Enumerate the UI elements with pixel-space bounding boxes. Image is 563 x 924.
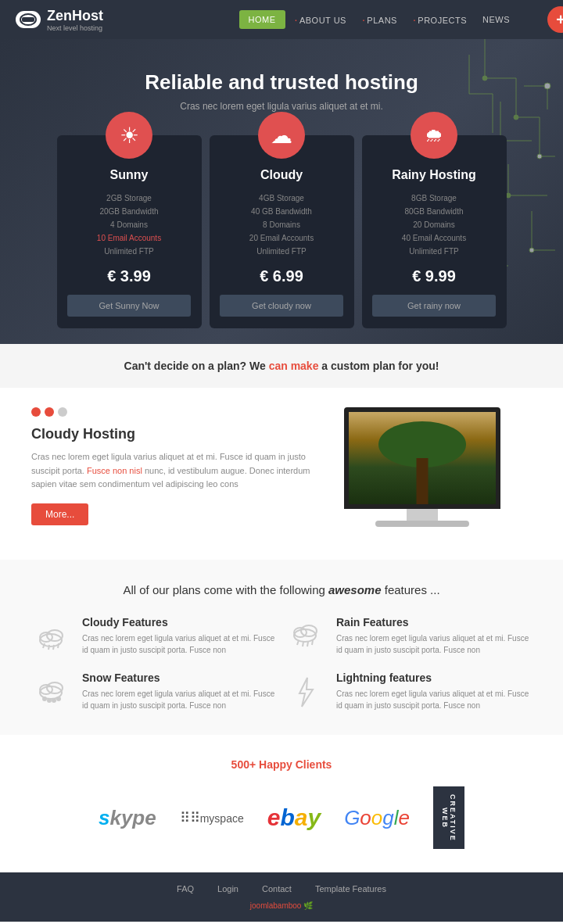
- features-title-1: All of our plans come with the following: [123, 583, 328, 596]
- logo-area: ZenHost Next level hosting: [16, 8, 103, 32]
- nav-links: HOME ·ABOUT US ·PLANS ·PROJECTS NEWS: [239, 10, 516, 29]
- rain-feature-desc: Cras nec lorem eget ligula varius alique…: [336, 632, 532, 656]
- features-title-2: features ...: [382, 583, 440, 596]
- google-logo: Google: [344, 806, 410, 830]
- footer-contact[interactable]: Contact: [262, 884, 292, 894]
- svg-point-48: [52, 699, 56, 702]
- cloudy-title: Cloudy: [210, 168, 354, 182]
- snow-feature-text: Snow Features Cras nec lorem eget ligula…: [82, 672, 278, 711]
- slider-dot-3[interactable]: [58, 407, 67, 417]
- monitor-wrap: [344, 407, 500, 527]
- cloudy-feature-icon: [31, 616, 70, 655]
- pricing-card-sunny: ☀ Sunny 2GB Storage 20GB Bandwidth 4 Dom…: [57, 135, 202, 328]
- navbar: ZenHost Next level hosting HOME ·ABOUT U…: [0, 0, 563, 39]
- slider-text: Cras nec lorem eget ligula varius alique…: [31, 450, 321, 492]
- footer-faq[interactable]: FAQ: [177, 884, 194, 894]
- slider-link[interactable]: Fusce non nisl: [87, 466, 142, 475]
- more-button[interactable]: More...: [31, 503, 88, 525]
- pricing-card-rainy: 🌧 Rainy Hosting 8GB Storage 80GB Bandwid…: [362, 135, 507, 328]
- cloudy-feature-text: Cloudy Features Cras nec lorem eget ligu…: [82, 616, 278, 656]
- slider-title: Cloudy Hosting: [31, 426, 321, 442]
- nav-projects[interactable]: ·PROJECTS: [407, 10, 473, 29]
- features-title-em: awesome: [328, 583, 382, 596]
- monitor-neck: [407, 509, 438, 521]
- plus-button[interactable]: +: [547, 6, 563, 33]
- rainy-icon-wrap: 🌧: [411, 112, 457, 159]
- rain-feature-text: Rain Features Cras nec lorem eget ligula…: [336, 616, 532, 656]
- hero-section: Reliable and trusted hosting Cras nec lo…: [0, 39, 563, 344]
- svg-point-18: [514, 115, 518, 120]
- feature-item: Unlimited FTP: [210, 245, 354, 258]
- ebay-logo: ebay: [267, 804, 321, 831]
- cloudy-features: 4GB Storage 40 GB Bandwidth 8 Domains 20…: [210, 192, 354, 258]
- feature-item: 8 Domains: [210, 218, 354, 231]
- nav-plans[interactable]: ·PLANS: [356, 10, 403, 29]
- clients-logos: skype ⠿⠿myspace ebay Google CREATIVE WEB: [31, 786, 532, 849]
- sunny-button[interactable]: Get Sunny Now: [67, 295, 190, 317]
- svg-line-41: [307, 642, 308, 646]
- lightning-feature-icon: [285, 672, 325, 711]
- footer-brand-text: joomlabamboo 🌿: [250, 901, 313, 910]
- feature-item: 80GB Bandwidth: [362, 205, 507, 218]
- sunny-title: Sunny: [57, 168, 202, 182]
- features-grid: Cloudy Features Cras nec lorem eget ligu…: [31, 616, 532, 711]
- feature-cloudy: Cloudy Features Cras nec lorem eget ligu…: [31, 616, 278, 656]
- logo-icon: [16, 11, 41, 28]
- myspace-logo: ⠿⠿myspace: [180, 809, 244, 826]
- feature-rain: Rain Features Cras nec lorem eget ligula…: [285, 616, 532, 656]
- svg-point-49: [57, 697, 60, 700]
- nav-about[interactable]: ·ABOUT US: [289, 10, 353, 29]
- footer-template[interactable]: Template Features: [315, 884, 386, 894]
- svg-line-42: [312, 640, 313, 645]
- cloudy-feature-desc: Cras nec lorem eget ligula varius alique…: [82, 632, 278, 656]
- rain-feature-icon: [285, 616, 325, 655]
- clients-section: 500+ Happy Clients skype ⠿⠿myspace ebay …: [0, 735, 563, 872]
- footer-login[interactable]: Login: [217, 884, 238, 894]
- features-title: All of our plans come with the following…: [31, 583, 532, 596]
- logo-brand: ZenHost: [47, 8, 103, 23]
- monitor-screen: [344, 407, 500, 509]
- svg-point-31: [47, 630, 63, 641]
- sunny-features: 2GB Storage 20GB Bandwidth 4 Domains 10 …: [57, 192, 202, 258]
- feature-item: 20 Email Accounts: [210, 231, 354, 245]
- slider-image: [344, 407, 532, 527]
- custom-plan-link[interactable]: can make: [269, 360, 319, 372]
- custom-plan-banner: Can't decide on a plan? We can make a cu…: [0, 344, 563, 388]
- slider-dot-1[interactable]: [31, 407, 41, 417]
- nav-home[interactable]: HOME: [239, 10, 285, 29]
- snow-feature-icon: [31, 672, 70, 711]
- sunny-price: € 3.99: [57, 267, 202, 285]
- rainy-icon: 🌧: [425, 124, 443, 146]
- nav-news[interactable]: NEWS: [476, 12, 516, 27]
- svg-point-47: [48, 699, 51, 702]
- feature-item: 4GB Storage: [210, 192, 354, 205]
- svg-point-46: [43, 697, 46, 700]
- feature-item: 20 Domains: [362, 218, 507, 231]
- pricing-card-cloudy: ☁ Cloudy 4GB Storage 40 GB Bandwidth 8 D…: [210, 135, 354, 328]
- slider-dot-2[interactable]: [45, 407, 54, 417]
- feature-item: 40 GB Bandwidth: [210, 205, 354, 218]
- svg-rect-1: [22, 17, 34, 22]
- cloudy-feature-title: Cloudy Features: [82, 616, 278, 629]
- svg-line-35: [58, 643, 59, 648]
- svg-point-38: [301, 625, 317, 636]
- logo-text-wrap: ZenHost Next level hosting: [47, 8, 103, 32]
- cloudy-icon: ☁: [271, 123, 292, 149]
- feature-item: 40 Email Accounts: [362, 231, 507, 245]
- cloudy-icon-wrap: ☁: [258, 112, 305, 159]
- rain-feature-title: Rain Features: [336, 616, 532, 629]
- cloudy-button[interactable]: Get cloudy now: [220, 295, 342, 317]
- logo-tagline: Next level hosting: [47, 24, 103, 32]
- svg-line-34: [53, 645, 54, 650]
- footer-brand: joomlabamboo 🌿: [31, 901, 532, 910]
- rainy-button[interactable]: Get rainy now: [372, 295, 495, 317]
- svg-marker-50: [299, 678, 313, 707]
- monitor-base: [375, 521, 469, 527]
- lightning-feature-desc: Cras nec lorem eget ligula varius alique…: [336, 688, 532, 711]
- slider-dots: [31, 407, 321, 417]
- snow-feature-title: Snow Features: [82, 672, 278, 684]
- hero-title: Reliable and trusted hosting: [16, 70, 547, 95]
- rainy-price: € 9.99: [362, 267, 507, 285]
- feature-item-highlight: 10 Email Accounts: [57, 231, 202, 245]
- svg-line-33: [48, 645, 49, 650]
